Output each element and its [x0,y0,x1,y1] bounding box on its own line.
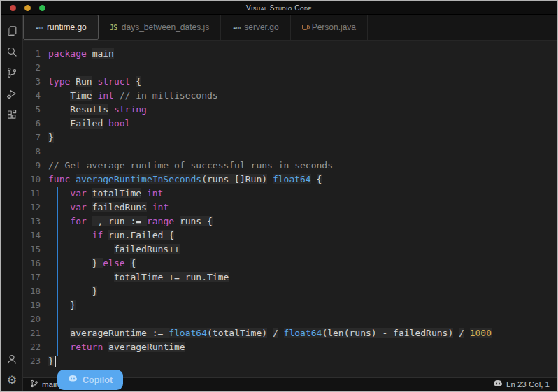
line-number: 9 [23,159,48,173]
code-text: Failed bool [48,117,130,131]
account-icon[interactable] [1,349,23,370]
cursor-position-item[interactable]: Ln 23 Col, 1 [506,380,550,389]
tab-runtime.go[interactable]: -∞runtime.go [23,15,99,40]
line-number: 2 [23,61,48,75]
tab-server.go[interactable]: -∞server.go [221,15,290,40]
code-line: 22 return averageRuntime [23,340,557,354]
line-number: 16 [23,256,48,270]
line-number: 11 [23,187,48,201]
text-cursor [55,356,56,367]
code-text: totalTime += run.Time [48,270,229,284]
line-number: 17 [23,270,48,284]
vscode-window: Visual Studio Code ⚙ -∞runtime.goJSdays_… [0,0,558,392]
code-text: failedRuns++ [48,242,180,256]
code-line: 1package main [23,47,557,61]
code-line: 2 [23,61,557,75]
settings-icon[interactable]: ⚙ [1,370,23,391]
window-title: Visual Studio Code [1,4,557,12]
line-number: 22 [23,340,48,354]
code-text: var failedRuns int [48,201,169,215]
code-line: 23} [23,354,557,368]
line-number: 6 [23,117,48,131]
line-col-indicator: Ln 23 Col, 1 [506,380,550,389]
line-number: 14 [23,228,48,242]
go-file-icon: -∞ [232,24,240,31]
code-text: } [48,354,56,368]
copilot-status-item[interactable] [493,379,503,390]
code-text: var totalTime int [48,187,163,201]
code-line: 19 } [23,298,557,312]
active-indent-guide [57,187,58,356]
line-number: 7 [23,131,48,145]
activity-bar: ⚙ [1,15,23,391]
line-number: 8 [23,145,48,159]
line-number: 13 [23,215,48,228]
code-line: 15 failedRuns++ [23,242,557,256]
search-icon[interactable] [1,41,23,62]
code-text: } [48,298,76,312]
code-editor[interactable]: 1package main23type Run struct {4 Time i… [23,41,557,377]
code-line: 17 totalTime += run.Time [23,270,557,284]
tab-label: server.go [244,22,278,32]
line-number: 5 [23,103,48,117]
tab-bar: -∞runtime.goJSdays_between_dates.js-∞ser… [23,15,557,41]
js-file-icon: JS [110,24,117,31]
extensions-icon[interactable] [1,104,23,125]
titlebar: Visual Studio Code [1,1,557,15]
tab-days_between_dates.js[interactable]: JSdays_between_dates.js [99,15,221,40]
tab-label: days_between_dates.js [122,22,209,32]
gear-icon: ⚙ [7,375,17,386]
code-area: 1package main23type Run struct {4 Time i… [23,41,557,368]
line-number: 1 [23,47,48,61]
git-branch-icon [30,379,38,389]
tab-label: runtime.go [47,22,87,32]
line-number: 4 [23,89,48,103]
code-text: Time int // in milliseconds [48,89,218,103]
copilot-badge-label: Copilot [83,375,113,385]
line-number: 19 [23,298,48,312]
code-text: if run.Failed { [48,228,174,242]
branch-status-item[interactable]: main [30,379,59,389]
copilot-icon [68,374,78,386]
source-control-icon[interactable] [1,62,23,83]
code-text: package main [48,47,114,61]
code-line: 20 [23,312,557,326]
code-line: 6 Failed bool [23,117,557,131]
code-line: 12 var failedRuns int [23,201,557,215]
line-number: 20 [23,312,48,326]
code-text: func averageRuntimeInSeconds(runs []Run)… [48,173,322,187]
code-line: 5 Results string [23,103,557,117]
code-text: averageRuntime := float64(totalTime) / f… [48,326,492,340]
code-text: type Run struct { [48,75,141,89]
line-number: 10 [23,173,48,187]
code-line: 11 var totalTime int [23,187,557,201]
go-file-icon: -∞ [35,24,43,31]
explorer-icon[interactable] [1,20,23,41]
tab-Person.java[interactable]: Person.java [291,15,368,40]
line-number: 3 [23,75,48,89]
code-line: 7} [23,131,557,145]
code-line: 13 for _, run := range runs { [23,215,557,228]
code-line: 14 if run.Failed { [23,228,557,242]
copilot-badge-button[interactable]: Copilot [57,370,123,390]
line-number: 18 [23,284,48,298]
code-text: } else { [48,256,136,270]
code-line: 16 } else { [23,256,557,270]
line-number: 23 [23,354,48,368]
code-text: // Get average runtime of successful run… [48,159,333,173]
code-line: 4 Time int // in milliseconds [23,89,557,103]
code-line: 21 averageRuntime := float64(totalTime) … [23,326,557,340]
code-line: 9// Get average runtime of successful ru… [23,159,557,173]
code-line: 8 [23,145,557,159]
code-text: } [48,131,54,145]
code-line: 10func averageRuntimeInSeconds(runs []Ru… [23,173,557,187]
code-text: Results string [48,103,147,117]
code-text: return averageRuntime [48,340,185,354]
line-number: 12 [23,201,48,215]
code-text: } [48,284,97,298]
line-number: 15 [23,242,48,256]
line-number: 21 [23,326,48,340]
java-file-icon [302,22,308,32]
run-debug-icon[interactable] [1,83,23,104]
copilot-icon [493,379,503,390]
